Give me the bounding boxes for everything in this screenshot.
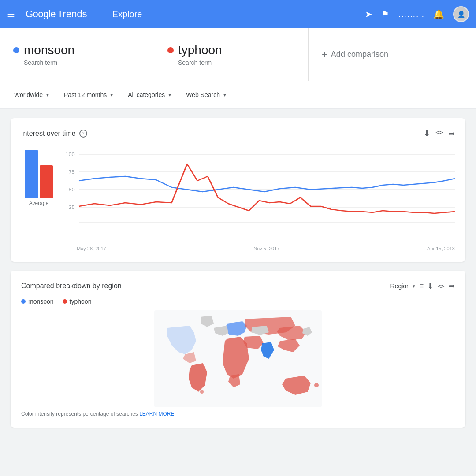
monsoon-dot (13, 47, 19, 53)
legend-monsoon: monsoon (21, 298, 54, 305)
time-filter[interactable]: Past 12 months ▼ (59, 88, 119, 102)
chart-header: Interest over time ? ⬇ <> ➦ (21, 129, 455, 138)
embed-chart-icon[interactable]: <> (435, 129, 443, 138)
legend-monsoon-label: monsoon (28, 298, 54, 305)
world-map (21, 310, 455, 407)
location-chevron: ▼ (45, 93, 50, 97)
search-type-filter[interactable]: Web Search ▼ (181, 88, 232, 102)
share-chart-icon[interactable]: ➦ (448, 129, 455, 138)
add-comparison-label: Add comparison (331, 50, 388, 59)
apps-icon[interactable]: ……… (398, 9, 424, 19)
category-label: All categories (128, 91, 165, 98)
map-svg (154, 310, 322, 407)
menu-icon[interactable]: ☰ (7, 9, 15, 19)
legend-dot-monsoon (21, 299, 26, 304)
chart-title: Interest over time (21, 130, 76, 138)
svg-text:25: 25 (68, 205, 75, 210)
svg-text:50: 50 (68, 187, 75, 193)
monsoon-type: Search term (13, 59, 141, 66)
add-icon: + (322, 49, 327, 60)
svg-text:100: 100 (65, 152, 75, 157)
download-map-icon[interactable]: ⬇ (427, 281, 434, 291)
category-filter[interactable]: All categories ▼ (123, 88, 177, 102)
chart-container: Average 100 75 50 25 (21, 145, 455, 251)
x-label-1: May 28, 2017 (77, 246, 106, 251)
line-chart: 100 75 50 25 May 28, 2017 Nov 5, 2017 Ap… (63, 145, 455, 251)
time-label: Past 12 months (64, 91, 107, 98)
app-header: ☰ GoogleTrends Explore ➤ ⚑ ……… 🔔 👤 (0, 0, 476, 28)
help-icon[interactable]: ? (79, 130, 87, 138)
search-type-chevron: ▼ (223, 93, 227, 97)
x-label-2: Nov 5, 2017 (253, 246, 279, 251)
typhoon-name: typhoon (178, 43, 222, 57)
map-legend: monsoon typhoon (21, 298, 455, 305)
svg-point-11 (200, 390, 204, 394)
chart-title-row: Interest over time ? (21, 130, 87, 138)
breakdown-header: Compared breakdown by region Region ▼ ≡ … (21, 281, 455, 291)
notification-icon[interactable]: ⚑ (381, 9, 389, 19)
header-divider (100, 7, 100, 21)
region-dropdown[interactable]: Region ▼ (390, 283, 416, 290)
typhoon-dot (167, 47, 174, 53)
alerts-icon[interactable]: 🔔 (433, 9, 444, 19)
region-label: Region (390, 283, 410, 290)
term-name-row: monsoon (13, 43, 141, 57)
breakdown-actions: Region ▼ ≡ ⬇ <> ➦ (390, 281, 455, 291)
legend-typhoon: typhoon (63, 298, 92, 305)
breakdown-title: Compared breakdown by region (21, 282, 122, 290)
monsoon-name: monsoon (24, 43, 74, 57)
share-icon[interactable]: ➤ (365, 9, 372, 19)
blue-bar (25, 150, 38, 198)
share-map-icon[interactable]: ➦ (448, 281, 455, 291)
legend-dot-typhoon (63, 299, 67, 304)
logo-trends-text: Trends (57, 8, 87, 20)
legend-typhoon-label: typhoon (70, 298, 92, 305)
embed-map-icon[interactable]: <> (437, 283, 445, 290)
breakdown-card: Compared breakdown by region Region ▼ ≡ … (11, 271, 465, 428)
help-mark: ? (82, 131, 85, 136)
search-type-label: Web Search (186, 91, 220, 98)
svg-text:75: 75 (68, 169, 75, 175)
list-icon[interactable]: ≡ (420, 282, 424, 290)
avatar[interactable]: 👤 (453, 6, 469, 22)
average-label: Average (29, 200, 48, 206)
time-chevron: ▼ (109, 93, 114, 97)
svg-point-10 (314, 383, 319, 387)
location-label: Worldwide (14, 91, 43, 98)
header-actions: ➤ ⚑ ……… 🔔 👤 (365, 6, 469, 22)
download-chart-icon[interactable]: ⬇ (424, 129, 430, 138)
filters-bar: Worldwide ▼ Past 12 months ▼ All categor… (0, 81, 476, 109)
typhoon-type: Search term (167, 59, 295, 66)
chart-svg: 100 75 50 25 (63, 145, 455, 242)
search-term-monsoon[interactable]: monsoon Search term (0, 28, 154, 81)
footer-text: Color intensity represents percentage of… (21, 411, 139, 417)
card-footer: Color intensity represents percentage of… (21, 411, 455, 417)
explore-label: Explore (112, 9, 142, 19)
main-content: Interest over time ? ⬇ <> ➦ Average (0, 109, 476, 436)
category-chevron: ▼ (167, 93, 172, 97)
chart-actions: ⬇ <> ➦ (424, 129, 455, 138)
add-comparison-button[interactable]: + Add comparison (309, 28, 476, 81)
region-chevron: ▼ (412, 284, 416, 289)
search-term-typhoon[interactable]: typhoon Search term (154, 28, 309, 81)
search-bar: monsoon Search term typhoon Search term … (0, 28, 476, 81)
learn-more-link[interactable]: LEARN MORE (139, 411, 174, 417)
x-label-3: Apr 15, 2018 (427, 246, 455, 251)
bars-row (25, 145, 53, 198)
location-filter[interactable]: Worldwide ▼ (9, 88, 55, 102)
average-bars: Average (21, 145, 56, 206)
logo-google-text: Google (26, 8, 56, 20)
term-name-row-2: typhoon (167, 43, 295, 57)
red-bar (40, 165, 53, 198)
interest-over-time-card: Interest over time ? ⬇ <> ➦ Average (11, 118, 465, 262)
x-axis-labels: May 28, 2017 Nov 5, 2017 Apr 15, 2018 (63, 244, 455, 251)
logo: GoogleTrends (26, 8, 87, 20)
